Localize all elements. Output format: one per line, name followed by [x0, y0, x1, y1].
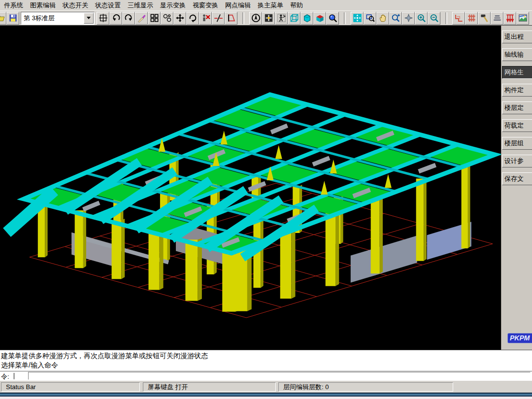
toolbar-separator — [445, 12, 447, 24]
undo-icon[interactable] — [109, 12, 122, 25]
menu-item-file-system[interactable]: 件系统 — [1, 0, 27, 11]
erase-icon[interactable] — [199, 12, 212, 25]
sidebar-item-save-file[interactable]: 保存文 — [502, 172, 532, 185]
zoom-in-icon[interactable] — [415, 12, 428, 25]
menu-item-status-setting[interactable]: 状态设置 — [92, 0, 125, 11]
sidebar-item-grid-generate[interactable]: 网格生 — [502, 66, 532, 79]
status-left: Status Bar — [1, 382, 140, 392]
sidebar-item-axis-input[interactable]: 轴线输 — [502, 48, 532, 61]
menu-item-switch-main-menu[interactable]: 换主菜单 — [255, 0, 287, 11]
zoom-extents-icon[interactable] — [351, 12, 364, 25]
axis-step-icon[interactable] — [452, 12, 465, 25]
sidebar-item-load-define[interactable]: 荷载定 — [502, 119, 532, 132]
wall-panels — [71, 222, 471, 283]
load-arrows-icon[interactable] — [503, 12, 516, 25]
menu-item-help[interactable]: 帮助 — [287, 0, 307, 11]
open-icon[interactable] — [0, 12, 6, 25]
sidebar-buttons: 退出程轴线输网格生构件定楼层定荷载定楼层组设计参保存文 — [501, 31, 532, 185]
status-bar: Status Bar 屏幕键盘 打开 层间编辑层数: 0 — [0, 380, 532, 393]
floor-selector[interactable]: 第 3标准层 — [21, 12, 95, 25]
render-view-icon[interactable] — [326, 12, 339, 25]
extend-icon[interactable] — [225, 12, 237, 25]
zoom-dynamic-icon[interactable] — [389, 12, 402, 25]
sidebar-item-member-define[interactable]: 构件定 — [502, 84, 532, 97]
menu-item-3d-display[interactable]: 三维显示 — [125, 0, 157, 11]
status-floor-count: 层间编辑层数: 0 — [278, 382, 453, 392]
command-input[interactable] — [28, 372, 531, 380]
snap-icon[interactable] — [161, 12, 173, 25]
image-icon[interactable] — [516, 12, 529, 25]
menu-item-display-transform[interactable]: 显示变换 — [157, 0, 190, 11]
floor-selector-value: 第 3标准层 — [21, 14, 84, 23]
pkpm-logo: PKPM — [507, 333, 532, 343]
message-panel: 建菜单提供多种漫游方式，再次点取漫游菜单或按钮可关闭漫游状态 选择菜单/输入命令 — [0, 350, 532, 371]
sidebar-item-storey-assemble[interactable]: 楼层组 — [502, 137, 532, 150]
menu-bar: 件系统图素编辑状态开关状态设置三维显示显示变换视窗变换网点编辑换主菜单帮助 — [0, 0, 532, 10]
menu-item-node-edit[interactable]: 网点编辑 — [222, 0, 255, 11]
fly-plane-icon[interactable] — [402, 12, 415, 25]
save-icon[interactable] — [6, 12, 19, 25]
menu-item-status-switch[interactable]: 状态开关 — [60, 0, 92, 11]
menu-item-window-transform[interactable]: 视窗变换 — [190, 0, 222, 11]
message-line-2: 选择菜单/输入命令 — [1, 361, 532, 370]
command-row: 令: — [0, 371, 532, 380]
move-icon[interactable] — [173, 12, 186, 25]
array-icon[interactable] — [148, 12, 161, 25]
status-keyboard: 屏幕键盘 打开 — [143, 382, 276, 392]
message-line-1: 建菜单提供多种漫游方式，再次点取漫游菜单或按钮可关闭漫游状态 — [1, 351, 532, 361]
zoom-window-icon[interactable] — [364, 12, 376, 25]
chevron-down-icon[interactable] — [84, 13, 94, 24]
solid-cube-icon[interactable] — [313, 12, 326, 25]
brush-icon[interactable] — [135, 12, 148, 25]
3d-structural-model — [0, 26, 501, 350]
sidebar-item-storey-define[interactable]: 楼层定 — [502, 101, 532, 114]
toolbar: 第 3标准层 — [0, 10, 532, 26]
walk-mode-icon[interactable] — [275, 12, 288, 25]
3d-viewport[interactable] — [0, 26, 501, 350]
toolbar-separator — [344, 12, 346, 24]
hammer-icon[interactable] — [478, 12, 491, 25]
layers-icon[interactable] — [491, 12, 503, 25]
menu-item-element-edit[interactable]: 图素编辑 — [27, 0, 60, 11]
redo-icon[interactable] — [122, 12, 135, 25]
break-line-icon[interactable] — [212, 12, 225, 25]
solid-box-icon[interactable] — [300, 12, 313, 25]
text-caret — [14, 373, 14, 379]
red-grid-icon[interactable] — [465, 12, 478, 25]
pan-hand-icon[interactable] — [376, 12, 389, 25]
fly-mode-icon[interactable] — [262, 12, 275, 25]
axis-grid-icon[interactable] — [97, 12, 109, 25]
sidebar-item-design-params[interactable]: 设计参 — [502, 155, 532, 167]
right-menu-sidebar: 退出程轴线输网格生构件定楼层定荷载定楼层组设计参保存文 PKPM — [501, 26, 532, 350]
compass-icon[interactable] — [249, 12, 262, 25]
zoom-out-icon[interactable] — [428, 12, 440, 25]
toolbar-separator — [242, 12, 244, 24]
bottom-border-band — [0, 393, 532, 399]
wire-cube-icon[interactable] — [288, 12, 300, 25]
rotate-icon[interactable] — [186, 12, 199, 25]
sidebar-item-exit-program[interactable]: 退出程 — [502, 31, 532, 43]
